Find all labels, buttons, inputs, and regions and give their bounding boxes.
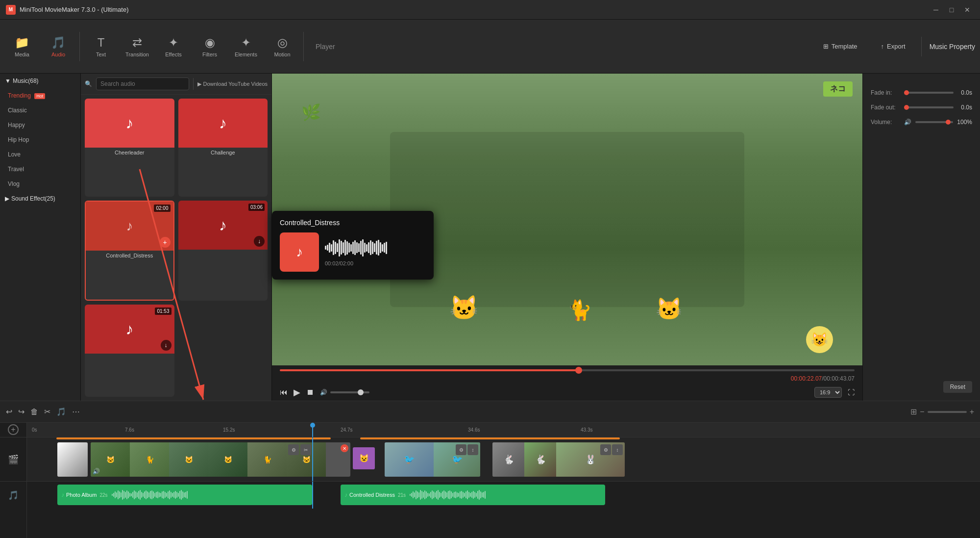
audio-card-challenge[interactable]: ♪ Challenge xyxy=(178,99,268,197)
volume-control: 🔊 xyxy=(320,389,369,396)
elements-tool[interactable]: ✦ Elements xyxy=(229,25,263,69)
sound-effect-header[interactable]: ▶ Sound Effect(25) xyxy=(0,191,80,206)
popup-thumbnail: ♪ xyxy=(280,232,319,272)
audio-card-cheerleader[interactable]: ♪ Cheerleader xyxy=(85,99,174,197)
rabbit-fx-1[interactable]: ⚙ xyxy=(600,444,611,455)
fullscreen-button[interactable]: ⛶ xyxy=(848,388,855,396)
add-controlled-distress-btn[interactable]: + xyxy=(160,237,171,248)
redo-button[interactable]: ↪ xyxy=(18,407,24,416)
progress-fill xyxy=(280,369,579,371)
clip-close-btn[interactable]: ✕ xyxy=(341,444,348,452)
video-badge: ネコ xyxy=(823,81,853,97)
music-expand-icon: ▼ xyxy=(5,77,11,84)
fade-out-thumb xyxy=(904,105,909,110)
template-button[interactable]: ⊞ Template xyxy=(815,39,865,54)
sound-effect-label: Sound Effect(25) xyxy=(11,195,55,202)
undo-button[interactable]: ↩ xyxy=(6,407,12,416)
delete-button[interactable]: 🗑 xyxy=(30,408,38,416)
zoom-plus-button[interactable]: + xyxy=(970,408,974,416)
audio-detach-button[interactable]: 🎵 xyxy=(56,407,66,416)
fade-out-slider[interactable] xyxy=(904,106,954,108)
card4-duration: 03:06 xyxy=(248,204,265,211)
fx-btn-1[interactable]: ⚙ xyxy=(288,444,299,455)
audio-clip-photo-album[interactable]: ♪ Photo Album 22s const wh2 = [4,8,14,10… xyxy=(57,485,312,505)
export-button[interactable]: ↑ Export xyxy=(873,39,913,54)
add-track-button[interactable]: + xyxy=(8,424,19,435)
titlebar: M MiniTool MovieMaker 7.3.0 - (Ultimate)… xyxy=(0,0,980,20)
progress-bar[interactable] xyxy=(280,369,855,371)
effects-icon: ✦ xyxy=(169,36,178,50)
popup-body: ♪ // Generate waveform bars inline const… xyxy=(280,232,426,272)
fade-in-value: 0.0s xyxy=(957,89,972,96)
sidebar-item-vlog[interactable]: Vlog xyxy=(0,177,80,191)
fade-in-slider[interactable] xyxy=(904,92,954,94)
zoom-minus-button[interactable]: − xyxy=(920,408,924,416)
sidebar-item-classic[interactable]: Classic xyxy=(0,103,80,118)
zoom-in-button[interactable]: ⊞ xyxy=(910,407,917,416)
current-time: 00:00:22.07 xyxy=(791,375,822,382)
birds-clip[interactable]: 🐦 🐦 ⚙ ↕ xyxy=(385,442,480,477)
prev-button[interactable]: ⏮ xyxy=(280,388,288,397)
download-card4-btn[interactable]: ↓ xyxy=(254,236,265,247)
elements-label: Elements xyxy=(235,51,257,57)
birds-fx-1[interactable]: ⚙ xyxy=(456,444,466,455)
ruler-mark-3: 24.7s xyxy=(341,427,352,433)
zoom-slider[interactable] xyxy=(928,411,967,413)
sidebar-item-love[interactable]: Love xyxy=(0,147,80,162)
play-button[interactable]: ▶ xyxy=(294,387,300,398)
filters-tool[interactable]: ◉ Filters xyxy=(193,25,227,69)
more-button[interactable]: ⋯ xyxy=(72,407,80,416)
media-tool[interactable]: 📁 Media xyxy=(5,25,39,69)
stop-button[interactable]: ⏹ xyxy=(306,388,314,397)
audio-card-controlled-distress[interactable]: ♪ 02:00 + Controlled_Distress xyxy=(85,201,174,301)
maximize-button[interactable]: □ xyxy=(945,4,958,16)
scissors-button[interactable]: ✂ xyxy=(44,407,50,416)
music-note-icon-3: ♪ xyxy=(126,218,133,234)
sidebar-item-hiphop[interactable]: Hip Hop xyxy=(0,132,80,147)
card5-duration: 01:53 xyxy=(155,307,171,315)
sidebar-item-trending[interactable]: Trending Hot xyxy=(0,88,80,103)
clip-sound-icon[interactable]: 🔊 xyxy=(93,468,100,475)
rabbit-fx-2[interactable]: ↕ xyxy=(612,444,623,455)
main-video-clip[interactable]: 🐱 🐈 🐱 🐱 🐈 🐱 🔊 ✕ ⚙ ✂ xyxy=(91,442,350,477)
volume-prop-slider[interactable] xyxy=(915,121,953,123)
motion-label: Motion xyxy=(274,51,290,57)
effects-tool[interactable]: ✦ Effects xyxy=(156,25,191,69)
music-category-header[interactable]: ▼ Music(68) xyxy=(0,74,80,88)
audio-card-5[interactable]: ♪ 01:53 ↓ xyxy=(85,305,174,397)
ruler-mark-1: 7.6s xyxy=(125,427,134,433)
audio-clip-controlled-distress[interactable]: ♪ Controlled Distress 21s const wh3 = [4… xyxy=(341,485,605,505)
birds-thumb-1: 🐦 xyxy=(385,442,434,477)
motion-tool[interactable]: ◎ Motion xyxy=(265,25,299,69)
volume-slider[interactable] xyxy=(330,391,369,393)
sticker-clip[interactable]: 😺 xyxy=(353,447,375,469)
white-clip[interactable] xyxy=(57,442,88,477)
search-input[interactable] xyxy=(96,77,189,90)
card5-label xyxy=(85,354,174,358)
download-card5-btn[interactable]: ↓ xyxy=(161,340,172,351)
progress-thumb[interactable] xyxy=(575,367,582,374)
fx-btn-2[interactable]: ✂ xyxy=(300,444,311,455)
reset-button[interactable]: Reset xyxy=(943,381,972,393)
download-youtube-btn[interactable]: ▶ Download YouTube Videos xyxy=(197,81,268,87)
app-icon: M xyxy=(6,5,16,15)
music-note-icon-4: ♪ xyxy=(219,216,227,234)
text-tool[interactable]: T Text xyxy=(84,25,118,69)
player-timeline-bar[interactable] xyxy=(272,365,862,375)
birds-fx-2[interactable]: ↕ xyxy=(467,444,478,455)
minimize-button[interactable]: ─ xyxy=(929,4,943,16)
audio-track: ♪ Photo Album 22s const wh2 = [4,8,14,10… xyxy=(27,482,980,509)
aspect-ratio-select[interactable]: 16:9 9:16 1:1 4:3 xyxy=(814,387,842,398)
transition-icon: ⇄ xyxy=(132,36,142,50)
close-button[interactable]: ✕ xyxy=(960,4,974,16)
rabbit-clip[interactable]: 🐇 🐇 🐰 ⚙ ↕ xyxy=(492,442,625,477)
transition-tool[interactable]: ⇄ Transition xyxy=(120,25,154,69)
challenge-label: Challenge xyxy=(178,148,268,157)
sidebar-item-travel[interactable]: Travel xyxy=(0,162,80,177)
sidebar-item-happy[interactable]: Happy xyxy=(0,118,80,132)
rabbit-fx: ⚙ ↕ xyxy=(600,444,623,455)
rabbit-thumb-2: 🐇 xyxy=(524,442,556,477)
audio-card-4[interactable]: ♪ 03:06 ↓ xyxy=(178,201,268,301)
audio-tool[interactable]: 🎵 Audio xyxy=(41,25,75,69)
timeline-tracks-scroll[interactable]: 0s 7.6s 15.2s 24.7s 34.6s 43.3s xyxy=(27,423,980,538)
